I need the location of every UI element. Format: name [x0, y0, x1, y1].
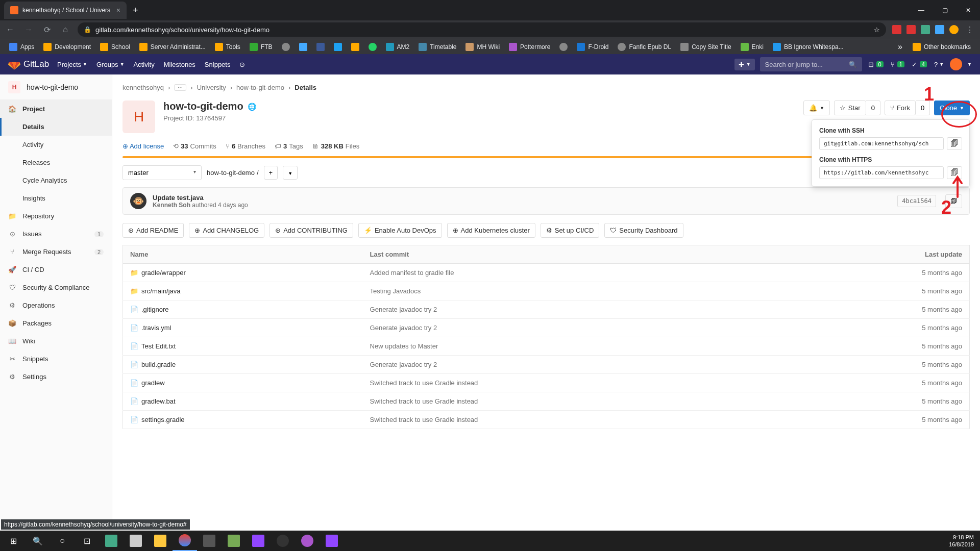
- sidebar-item-cycle-analytics[interactable]: Cycle Analytics: [0, 171, 112, 189]
- add-file-dropdown[interactable]: ▼: [283, 166, 298, 180]
- bookmark[interactable]: Tools: [211, 41, 244, 53]
- extension-icon[interactable]: [921, 25, 930, 34]
- profile-avatar[interactable]: [949, 25, 959, 34]
- star-button[interactable]: ☆ Star: [834, 101, 866, 115]
- browser-tab[interactable]: kennethsohyq / School / Univers ×: [4, 2, 127, 19]
- branch-selector[interactable]: master: [122, 165, 202, 180]
- back-button[interactable]: ←: [4, 25, 16, 34]
- breadcrumb-item[interactable]: kennethsohyq: [122, 84, 164, 91]
- taskbar-app[interactable]: [295, 531, 320, 551]
- sidebar-item-snippets[interactable]: ✂Snippets: [0, 350, 112, 368]
- clone-ssh-input[interactable]: git@gitlab.com:kennethsohyq/sch: [819, 137, 944, 150]
- extension-icon[interactable]: [906, 25, 916, 34]
- search-input[interactable]: Search or jump to... 🔍: [760, 57, 862, 71]
- taskbar-app[interactable]: [246, 531, 271, 551]
- forward-button[interactable]: →: [22, 25, 35, 34]
- quick-action-add-readme[interactable]: ⊕ Add README: [122, 223, 184, 238]
- bookmark[interactable]: Enki: [737, 41, 768, 53]
- quick-action-security-dashboard[interactable]: 🛡 Security Dashboard: [604, 223, 683, 238]
- bookmark[interactable]: F-Droid: [573, 41, 612, 53]
- nav-ci-icon[interactable]: ⊙: [238, 59, 246, 70]
- copy-ssh-button[interactable]: 🗐: [947, 137, 962, 150]
- bookmark[interactable]: School: [96, 41, 134, 53]
- commits-stat[interactable]: ⟲ 33 Commits: [173, 142, 216, 150]
- nav-activity[interactable]: Activity: [133, 59, 156, 70]
- help-dropdown[interactable]: ? ▼: [933, 59, 945, 70]
- path-segment[interactable]: how-to-git-demo: [207, 169, 255, 177]
- sidebar-item-issues[interactable]: ⊙Issues1: [0, 225, 112, 243]
- nav-groups[interactable]: Groups▼: [95, 59, 126, 70]
- commit-sha[interactable]: 4bca1564: [897, 195, 936, 207]
- clone-https-input[interactable]: https://gitlab.com/kennethsohyc: [819, 166, 944, 179]
- breadcrumb-item[interactable]: how-to-git-demo: [236, 84, 284, 91]
- gitlab-logo[interactable]: GitLab: [8, 58, 49, 70]
- tags-stat[interactable]: 🏷 3 Tags: [275, 142, 303, 150]
- maximize-button[interactable]: ▢: [933, 2, 957, 18]
- sidebar-item-packages[interactable]: 📦Packages: [0, 314, 112, 332]
- quick-action-add-changelog[interactable]: ⊕ Add CHANGELOG: [189, 223, 264, 238]
- bookmark[interactable]: Server Administrat...: [135, 41, 210, 53]
- bookmark[interactable]: [295, 41, 311, 53]
- start-button[interactable]: ⊞: [1, 531, 26, 551]
- bookmark[interactable]: MH Wiki: [461, 41, 504, 53]
- close-tab-icon[interactable]: ×: [116, 6, 120, 14]
- bookmark[interactable]: [312, 41, 329, 53]
- taskbar-app[interactable]: [222, 531, 246, 551]
- issues-link[interactable]: ⊡0: [867, 59, 885, 70]
- file-row[interactable]: 📄.gitignoreGenerate javadoc try 25 month…: [123, 300, 970, 319]
- bookmark-apps[interactable]: Apps: [5, 41, 38, 53]
- nav-projects[interactable]: Projects▼: [56, 59, 88, 70]
- todos-link[interactable]: ✓4: [911, 59, 928, 70]
- file-row[interactable]: 📄.travis.ymlGenerate javadoc try 25 mont…: [123, 319, 970, 337]
- file-row[interactable]: 📄gradlewSwitched track to use Gradle ins…: [123, 374, 970, 392]
- cortana-button[interactable]: ○: [50, 531, 75, 551]
- notification-dropdown[interactable]: 🔔 ▼: [803, 101, 830, 115]
- bookmark[interactable]: Timetable: [414, 41, 460, 53]
- taskview-button[interactable]: ⊡: [75, 531, 99, 551]
- clone-button[interactable]: Clone ▼: [934, 101, 970, 115]
- file-row[interactable]: 📄settings.gradleSwitched track to use Gr…: [123, 411, 970, 429]
- search-button[interactable]: 🔍: [26, 531, 50, 551]
- mr-link[interactable]: ⑂1: [890, 59, 905, 70]
- size-stat[interactable]: 🗎 328 KB Files: [312, 142, 360, 150]
- taskbar-app[interactable]: [197, 531, 222, 551]
- breadcrumb-item[interactable]: University: [197, 84, 226, 91]
- taskbar-app[interactable]: [271, 531, 295, 551]
- new-dropdown[interactable]: ✚ ▼: [734, 59, 755, 70]
- add-license-link[interactable]: ⊕ Add license: [122, 142, 164, 150]
- sidebar-item-details[interactable]: Details: [0, 118, 112, 136]
- add-file-button[interactable]: +: [264, 166, 278, 180]
- commit-title[interactable]: Update test.java: [153, 194, 248, 202]
- file-row[interactable]: 📁src/main/javaTesting Javadocs5 months a…: [123, 282, 970, 300]
- quick-action-set-up-ci-cd[interactable]: ⚙ Set up CI/CD: [541, 223, 600, 238]
- file-row[interactable]: 📄gradlew.batSwitched track to use Gradle…: [123, 392, 970, 411]
- sidebar-item-security-compliance[interactable]: 🛡Security & Compliance: [0, 279, 112, 296]
- bookmark[interactable]: [555, 41, 572, 53]
- menu-icon[interactable]: ⋮: [964, 25, 976, 35]
- sidebar-header[interactable]: H how-to-git-demo: [0, 74, 112, 100]
- file-row[interactable]: 📄build.gradleGenerate javadoc try 25 mon…: [123, 356, 970, 374]
- file-row[interactable]: 📄Test Edit.txtNew updates to Master5 mon…: [123, 337, 970, 356]
- taskbar-clock[interactable]: 9:18 PM 16/8/2019: [949, 534, 979, 548]
- bookmark[interactable]: Development: [39, 41, 95, 53]
- quick-action-add-contributing[interactable]: ⊕ Add CONTRIBUTING: [270, 223, 353, 238]
- star-icon[interactable]: ☆: [874, 26, 880, 34]
- sidebar-item-settings[interactable]: ⚙Settings: [0, 368, 112, 386]
- sidebar-item-releases[interactable]: Releases: [0, 154, 112, 171]
- file-row[interactable]: 📁gradle/wrapperAdded manifest to gradle …: [123, 264, 970, 282]
- extension-icon[interactable]: [892, 25, 901, 34]
- quick-action-enable-auto-devops[interactable]: ⚡ Enable Auto DevOps: [358, 223, 442, 238]
- breadcrumb-ellipsis[interactable]: ⋯: [174, 84, 186, 91]
- nav-milestones[interactable]: Milestones: [163, 59, 197, 70]
- taskbar-app[interactable]: [148, 531, 173, 551]
- taskbar-app[interactable]: [99, 531, 124, 551]
- bookmark[interactable]: [278, 41, 294, 53]
- reload-button[interactable]: ⟳: [41, 25, 53, 35]
- fork-button[interactable]: ⑂ Fork: [885, 101, 916, 115]
- user-avatar[interactable]: [950, 58, 962, 70]
- sidebar-item-operations[interactable]: ⚙Operations: [0, 296, 112, 314]
- bookmarks-overflow[interactable]: »: [893, 42, 908, 52]
- bookmark[interactable]: FTB: [246, 41, 277, 53]
- sidebar-item-activity[interactable]: Activity: [0, 136, 112, 154]
- bookmark[interactable]: Copy Site Title: [676, 41, 735, 53]
